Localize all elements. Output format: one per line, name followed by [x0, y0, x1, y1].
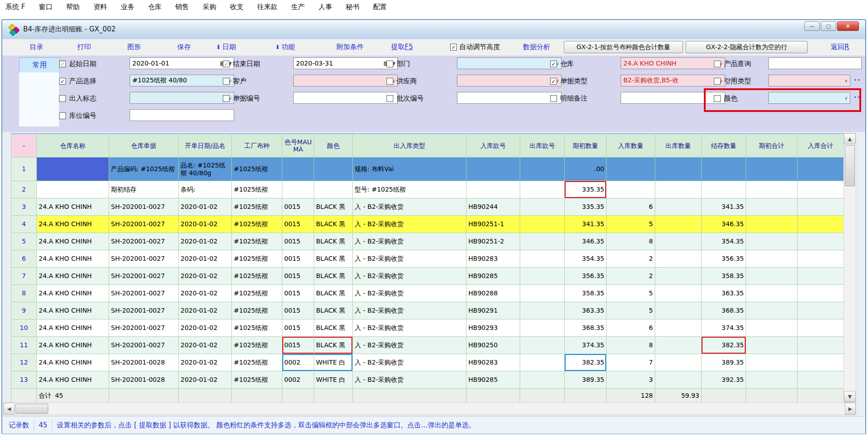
table-cell[interactable] [702, 181, 746, 198]
table-cell[interactable] [655, 285, 702, 302]
table-cell[interactable]: 389.35 [565, 371, 607, 389]
filter-dropdown-单据类型[interactable]: B2-采购收货,B5-收∨ [621, 75, 725, 86]
table-cell[interactable]: SH-202001-0027 [109, 302, 179, 319]
more-options-dots[interactable]: ·· [854, 76, 861, 84]
table-cell[interactable]: 入 - B2-采购收货 [353, 216, 467, 233]
table-cell[interactable]: SH-202001-0027 [109, 319, 179, 337]
table-cell[interactable]: 341.35 [702, 198, 746, 216]
gx21-button[interactable]: GX-2-1-按款号布种颜色合计数量 [564, 41, 683, 53]
table-row[interactable]: 524.A KHO CHINHSH-202001-00272020-01-02#… [11, 233, 844, 250]
table-cell[interactable]: HB90291 [467, 302, 520, 319]
chevron-down-icon[interactable]: ∨ [843, 78, 850, 83]
table-cell[interactable]: SH-202001-0027 [109, 216, 179, 233]
column-header[interactable]: - [11, 134, 37, 157]
table-cell[interactable]: WHITE 白 [314, 354, 353, 371]
menu-item[interactable]: 往来款 [257, 3, 277, 11]
table-cell[interactable] [520, 181, 565, 198]
table-cell[interactable]: #1025纸褶 [232, 354, 282, 371]
table-cell[interactable]: 入 - B2-采购收货 [353, 268, 467, 285]
table-row[interactable]: 924.A KHO CHINHSH-202001-00272020-01-02#… [11, 302, 844, 319]
row-index[interactable]: 7 [11, 268, 37, 285]
table-cell[interactable]: SH-202001-0028 [109, 354, 179, 371]
menu-item[interactable]: 窗口 [39, 3, 52, 11]
table-cell[interactable] [655, 157, 702, 181]
table-cell[interactable]: 2020-01-02 [179, 337, 232, 354]
table-cell[interactable] [746, 198, 798, 216]
filter-checkbox-单据编号[interactable]: 单据编号 [223, 94, 260, 103]
filter-checkbox-仓库[interactable]: ✓仓库 [550, 60, 574, 68]
table-cell[interactable]: 24.A KHO CHINH [37, 233, 109, 250]
table-cell[interactable]: 5 [607, 216, 655, 233]
table-cell[interactable]: 3 [607, 371, 655, 389]
filter-checkbox-产品查询[interactable]: 产品查询 [714, 60, 751, 68]
table-cell[interactable]: HB90251-2 [467, 233, 520, 250]
table-cell[interactable]: 条码: [179, 181, 232, 198]
filter-dropdown-供应商[interactable]: ∨ [457, 75, 562, 86]
table-cell[interactable]: 2020-01-02 [179, 319, 232, 337]
table-cell[interactable] [520, 268, 565, 285]
table-cell[interactable]: 入 - B2-采购收货 [353, 319, 467, 337]
table-cell[interactable] [467, 181, 520, 198]
filter-dropdown-引用类型[interactable]: ∨ [768, 75, 850, 86]
table-cell[interactable]: HB90250 [467, 337, 520, 354]
auto-height-toggle[interactable]: ✓ 自动调节高度 [450, 43, 500, 51]
table-cell[interactable] [520, 198, 565, 216]
table-cell[interactable]: 346.35 [565, 233, 607, 250]
menu-item[interactable]: 资料 [93, 3, 107, 11]
checkbox-icon[interactable] [223, 78, 230, 85]
table-cell[interactable]: BLACK 黑 [314, 319, 353, 337]
table-cell[interactable]: BLACK 黑 [314, 216, 353, 233]
table-cell[interactable]: #1025纸褶 [232, 371, 282, 389]
checkbox-icon[interactable] [714, 78, 721, 85]
table-cell[interactable]: 358.35 [565, 285, 607, 302]
table-cell[interactable]: 2020-01-02 [179, 250, 232, 268]
filter-input-产品查询[interactable] [768, 57, 862, 69]
checkbox-icon[interactable] [59, 95, 66, 102]
table-cell[interactable]: 0015 [282, 337, 314, 354]
minimize-button[interactable]: — [804, 21, 820, 31]
menu-item[interactable]: 收支 [230, 3, 243, 11]
filter-dropdown-仓库[interactable]: 24.A KHO CHINH∨ [621, 57, 725, 69]
menu-item[interactable]: 生产 [291, 3, 305, 11]
row-index[interactable]: 12 [11, 354, 37, 371]
table-cell[interactable] [520, 319, 565, 337]
filter-checkbox-出入标志[interactable]: 出入标志 [59, 94, 96, 103]
row-index[interactable]: 1 [11, 157, 37, 181]
filter-input-批次编号[interactable] [457, 92, 562, 104]
table-cell[interactable]: #1025纸褶 [232, 285, 282, 302]
menu-item[interactable]: 采购 [202, 3, 216, 11]
return-link[interactable]: 返回R [831, 43, 849, 51]
table-cell[interactable]: 5 [607, 302, 655, 319]
table-cell[interactable]: 354.35 [702, 233, 746, 250]
table-cell[interactable] [520, 250, 565, 268]
column-header[interactable]: 色号MAU MÀ [282, 134, 314, 157]
table-cell[interactable] [798, 233, 844, 250]
table-cell[interactable]: SH-202001-0027 [109, 198, 179, 216]
checkbox-icon[interactable]: ✓ [59, 78, 66, 85]
checkbox-icon[interactable]: ✓ [223, 61, 230, 67]
table-cell[interactable]: #1025纸褶 [232, 302, 282, 319]
table-cell[interactable]: WHITE 白 [314, 371, 353, 389]
table-cell[interactable]: 规格: 布料Vai [353, 157, 467, 181]
filter-dropdown-起始日期[interactable]: 2020-01-01▦▼ [130, 57, 234, 69]
table-cell[interactable]: HB90283 [467, 354, 520, 371]
table-cell[interactable]: 0015 [282, 319, 314, 337]
filter-dropdown-产品选择[interactable]: #1025纸褶 40/80∨ [130, 75, 234, 86]
table-cell[interactable] [655, 198, 702, 216]
filter-input-库位编号[interactable] [130, 109, 234, 121]
row-index[interactable]: 6 [11, 250, 37, 268]
menu-item[interactable]: 秘书 [346, 3, 359, 11]
checkbox-icon[interactable] [59, 112, 66, 119]
table-row[interactable]: 2期初结存条码:#1025纸褶型号: #1025纸褶335.35 [11, 181, 844, 198]
table-cell[interactable]: 产品编码: #1025纸褶 [109, 157, 179, 181]
table-cell[interactable]: 363.35 [702, 285, 746, 302]
menu-item[interactable]: 销售 [175, 3, 189, 11]
menu-item[interactable]: 系统 F [5, 3, 25, 11]
table-cell[interactable]: 24.A KHO CHINH [37, 371, 109, 389]
table-cell[interactable]: HB90285 [467, 268, 520, 285]
table-cell[interactable]: 8 [607, 233, 655, 250]
checkbox-icon[interactable]: ✓ [550, 78, 557, 85]
toolbar-link-2[interactable]: 打印 [77, 43, 91, 51]
table-cell[interactable]: BLACK 黑 [314, 198, 353, 216]
table-cell[interactable]: #1025纸褶 [232, 216, 282, 233]
